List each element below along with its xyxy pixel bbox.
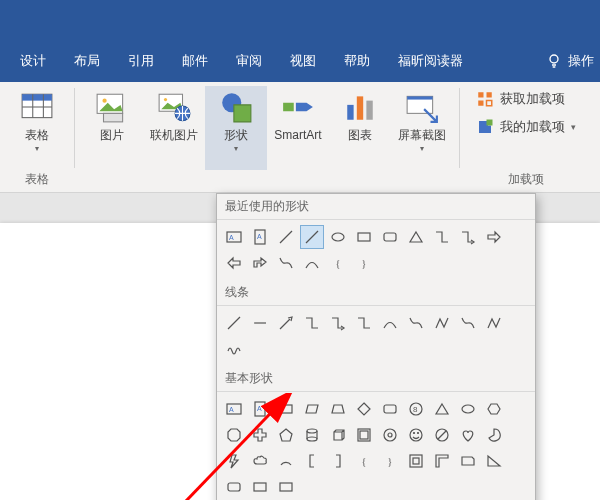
shape-freeform[interactable] <box>482 311 506 335</box>
button-label: 图片 <box>100 128 124 142</box>
tab-review[interactable]: 审阅 <box>222 40 276 82</box>
shape-elbow[interactable] <box>300 311 324 335</box>
table-button[interactable]: 表格 ▾ <box>6 86 68 170</box>
tab-foxit[interactable]: 福昕阅读器 <box>384 40 477 82</box>
shape-rbracket[interactable] <box>326 449 350 473</box>
shape-line[interactable] <box>300 225 324 249</box>
shape-oct[interactable] <box>222 423 246 447</box>
shape-lframe[interactable] <box>430 449 454 473</box>
shape-barrowR[interactable] <box>482 225 506 249</box>
shape-rect[interactable] <box>352 225 376 249</box>
svg-line-35 <box>280 319 290 329</box>
shape-lbrace[interactable]: { <box>352 449 376 473</box>
screenshot-button[interactable]: 屏幕截图 ▾ <box>391 86 453 170</box>
svg-rect-13 <box>283 103 294 112</box>
shape-textboxv[interactable]: A <box>248 397 272 421</box>
shape-diamond[interactable] <box>352 397 376 421</box>
shape-bevel[interactable] <box>352 423 376 447</box>
shape-snip1[interactable] <box>456 449 480 473</box>
shape-ellipse[interactable] <box>456 397 480 421</box>
shapes-button[interactable]: 形状 ▾ <box>205 86 267 170</box>
svg-rect-19 <box>478 92 483 97</box>
shape-smiley[interactable] <box>404 423 428 447</box>
tab-layout[interactable]: 布局 <box>60 40 114 82</box>
grid-lines <box>217 306 535 366</box>
shape-bentarr[interactable] <box>248 251 272 275</box>
online-picture-button[interactable]: 联机图片 <box>143 86 205 170</box>
my-addins-button[interactable]: 我的加载项 ▾ <box>476 118 576 136</box>
tab-label: 引用 <box>128 52 154 70</box>
shape-pie[interactable] <box>482 423 506 447</box>
shape-circ8[interactable]: 8 <box>404 397 428 421</box>
tab-label: 视图 <box>290 52 316 70</box>
shape-textboxv[interactable]: A <box>248 225 272 249</box>
shape-triangle[interactable] <box>404 225 428 249</box>
shape-rect[interactable] <box>248 475 272 499</box>
shape-rbrace[interactable]: } <box>352 251 376 275</box>
tell-me-area[interactable]: 操作 <box>546 52 594 70</box>
svg-rect-2 <box>22 94 52 100</box>
shape-elbowarr[interactable] <box>326 311 350 335</box>
smartart-button[interactable]: SmartArt <box>267 86 329 170</box>
button-label: 联机图片 <box>150 128 198 142</box>
tab-label: 帮助 <box>344 52 370 70</box>
tab-design[interactable]: 设计 <box>6 40 60 82</box>
shape-cloud[interactable] <box>248 449 272 473</box>
shape-curve[interactable] <box>378 311 402 335</box>
tab-view[interactable]: 视图 <box>276 40 330 82</box>
shape-plus[interactable] <box>248 423 272 447</box>
shape-triangle[interactable] <box>430 397 454 421</box>
tab-references[interactable]: 引用 <box>114 40 168 82</box>
svg-line-29 <box>306 231 318 243</box>
picture-button[interactable]: 图片 <box>81 86 143 170</box>
shape-lbrace[interactable]: { <box>326 251 350 275</box>
shape-rtri[interactable] <box>482 449 506 473</box>
group-label: 表格 <box>0 171 74 188</box>
shape-line[interactable] <box>274 225 298 249</box>
shape-textbox[interactable]: A <box>222 225 246 249</box>
svg-text:A: A <box>229 234 234 241</box>
shape-can[interactable] <box>300 423 324 447</box>
shape-heart[interactable] <box>456 423 480 447</box>
shape-bolt[interactable] <box>222 449 246 473</box>
shape-scribble[interactable] <box>222 337 246 361</box>
svg-point-49 <box>384 429 396 441</box>
shape-arc[interactable] <box>274 449 298 473</box>
shape-donut[interactable] <box>378 423 402 447</box>
shape-rect[interactable] <box>274 475 298 499</box>
shape-lineH[interactable] <box>248 311 272 335</box>
shape-roundrect[interactable] <box>222 475 246 499</box>
shape-rect[interactable] <box>274 397 298 421</box>
shape-frame[interactable] <box>404 449 428 473</box>
tab-help[interactable]: 帮助 <box>330 40 384 82</box>
shape-arrow[interactable] <box>274 311 298 335</box>
shape-barrowL[interactable] <box>222 251 246 275</box>
shape-roundrect[interactable] <box>378 397 402 421</box>
shape-cube[interactable] <box>326 423 350 447</box>
shape-trap[interactable] <box>326 397 350 421</box>
shape-ellipse[interactable] <box>326 225 350 249</box>
shape-lbracket[interactable] <box>300 449 324 473</box>
shape-curve2[interactable] <box>456 311 480 335</box>
shape-elbow[interactable] <box>430 225 454 249</box>
shape-freeform[interactable] <box>430 311 454 335</box>
shape-rbrace[interactable]: } <box>378 449 402 473</box>
shape-hex[interactable] <box>482 397 506 421</box>
shape-para[interactable] <box>300 397 324 421</box>
svg-point-30 <box>332 233 344 241</box>
shape-curve2[interactable] <box>404 311 428 335</box>
shape-elbowarr[interactable] <box>456 225 480 249</box>
shape-elbow[interactable] <box>352 311 376 335</box>
shape-noentry[interactable] <box>430 423 454 447</box>
shape-pent[interactable] <box>274 423 298 447</box>
shape-curve[interactable] <box>300 251 324 275</box>
shape-roundrect[interactable] <box>378 225 402 249</box>
shape-textbox[interactable]: A <box>222 397 246 421</box>
tab-mailings[interactable]: 邮件 <box>168 40 222 82</box>
section-basic-shapes: 基本形状 <box>217 366 535 392</box>
shape-line[interactable] <box>222 311 246 335</box>
chart-button[interactable]: 图表 <box>329 86 391 170</box>
get-addins-button[interactable]: 获取加载项 <box>476 90 576 108</box>
shape-curve2[interactable] <box>274 251 298 275</box>
svg-text:A: A <box>257 233 262 240</box>
